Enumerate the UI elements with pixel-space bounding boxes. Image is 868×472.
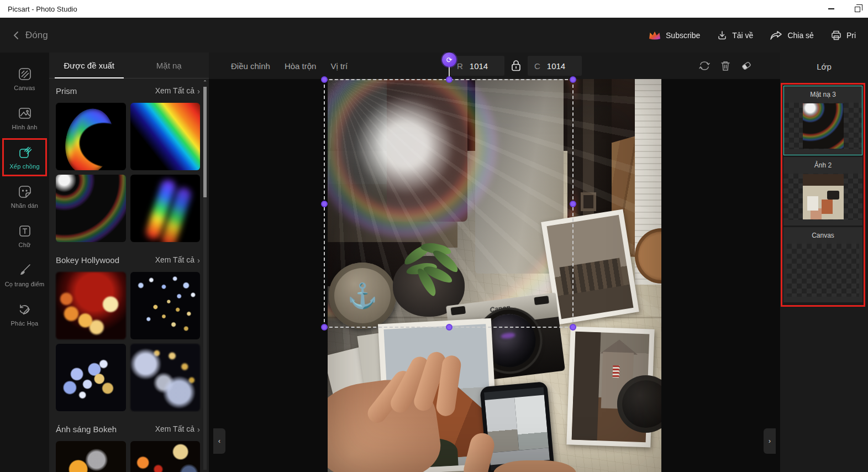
overlay-thumb-prism-gradient[interactable]	[130, 103, 201, 170]
layer-thumbnail-canvas	[787, 244, 859, 297]
print-label: Pri	[846, 31, 856, 40]
window-titlebar: Picsart - Photo Studio	[0, 0, 868, 18]
eraser-icon	[740, 60, 753, 71]
makeup-brush-icon	[17, 263, 33, 278]
resize-handle-top-right[interactable]	[570, 76, 576, 83]
sidebar-item-makeup-brush[interactable]: Cọ trang điểm	[0, 255, 49, 295]
sticker-icon	[17, 184, 33, 200]
trash-icon	[720, 60, 730, 71]
flip-button[interactable]	[698, 61, 711, 71]
panel-scroll-area[interactable]: Prism Xem Tất cả› Bokey Hollywood Xem Tấ…	[49, 78, 209, 472]
overlay-thumb-bokeh-blue[interactable]	[56, 344, 126, 411]
sidebar-item-overlay[interactable]: Xếp chồng	[0, 138, 49, 177]
canvas-photo[interactable]: MANUAL OF PRAYERS ⚓ Canon	[328, 79, 661, 472]
window-title: Picsart - Photo Studio	[0, 5, 77, 13]
subscribe-button[interactable]: Subscribe	[644, 27, 704, 44]
restore-button[interactable]	[853, 4, 862, 14]
crown-icon	[648, 30, 661, 41]
eraser-button[interactable]	[740, 60, 753, 71]
tab-adjust[interactable]: Điều chỉnh	[231, 61, 270, 71]
subscribe-label: Subscribe	[666, 31, 700, 40]
print-button[interactable]: Pri	[826, 27, 860, 44]
height-input[interactable]: C 1014	[528, 56, 582, 76]
see-all-prism-link[interactable]: Xem Tất cả›	[155, 86, 200, 96]
layer-name: Canvas	[783, 232, 862, 239]
minimize-icon	[828, 8, 834, 9]
layers-panel-title: Lớp	[780, 53, 868, 71]
overlay-thumb-bokeh-dots[interactable]	[130, 272, 201, 339]
tab-mask[interactable]: Mặt nạ	[129, 53, 209, 78]
overlay-thumb-prism-streaks[interactable]	[130, 175, 201, 242]
sidebar-item-label: Cọ trang điểm	[5, 281, 45, 288]
tool-sidebar: Canvas Hình ảnh Xếp chồng Nhãn dán Chữ C…	[0, 53, 49, 472]
collapse-left-panel-button[interactable]: ‹	[213, 428, 225, 454]
sidebar-item-label: Canvas	[14, 85, 35, 92]
aspect-lock-icon[interactable]	[510, 59, 522, 73]
overlay-thumb-bokeh-soft[interactable]	[130, 344, 201, 411]
collapse-right-panel-button[interactable]: ›	[764, 428, 776, 454]
resize-handle-bottom-middle[interactable]	[446, 324, 453, 331]
sketch-icon	[17, 302, 33, 317]
rotation-handle[interactable]: ⟳	[442, 53, 456, 67]
sidebar-item-text[interactable]: Chữ	[0, 216, 49, 255]
share-label: Chia sẻ	[787, 31, 813, 40]
resize-handle-middle-right[interactable]	[570, 201, 576, 207]
sidebar-item-canvas[interactable]: Canvas	[0, 59, 49, 98]
resize-handle-top-left[interactable]	[321, 76, 328, 83]
overlay-panel: Được đề xuất Mặt nạ Prism Xem Tất cả› Bo…	[49, 53, 209, 472]
share-button[interactable]: Chia sẻ	[765, 27, 818, 44]
resize-handle-bottom-right[interactable]	[570, 324, 576, 331]
overlay-thumb-prism-arc[interactable]	[56, 103, 126, 170]
width-label: R	[457, 61, 463, 71]
sidebar-item-sketch[interactable]: Phác Họa	[0, 295, 49, 334]
flip-icon	[698, 61, 711, 71]
layer-thumbnail-photo	[803, 174, 844, 219]
layer-name: Ảnh 2	[783, 161, 862, 169]
layers-panel: Lớp Mặt nạ 3 Ảnh 2 Canvas	[780, 53, 868, 472]
sidebar-item-label: Phác Họa	[11, 320, 39, 327]
resize-handle-middle-left[interactable]	[321, 201, 328, 207]
app-topbar: Đóng Subscribe Tải về Chia sẻ Pri	[0, 18, 868, 53]
close-project-button[interactable]: Đóng	[12, 30, 48, 41]
scroll-up-arrow[interactable]: ⌃	[203, 80, 207, 85]
sidebar-item-image[interactable]: Hình ảnh	[0, 98, 49, 138]
restore-icon	[855, 7, 860, 12]
see-all-bokey-link[interactable]: Xem Tất cả›	[155, 255, 200, 265]
see-all-bokeh-light-link[interactable]: Xem Tất cả›	[155, 424, 200, 434]
canvas-toolbar: Điều chỉnh Hòa trộn Vị trí R 1014 C 1014	[209, 53, 780, 79]
sidebar-item-label: Chữ	[18, 242, 30, 249]
photo-vignette	[328, 79, 661, 472]
resize-handle-top-middle[interactable]	[446, 76, 453, 83]
tab-suggested[interactable]: Được đề xuất	[49, 53, 129, 78]
layer-item-canvas[interactable]: Canvas	[783, 227, 862, 302]
download-label: Tải về	[732, 31, 753, 40]
overlay-thumb-bokeh-orange[interactable]	[56, 441, 126, 472]
width-input[interactable]: R 1014	[450, 56, 504, 76]
red-annotation-box-layers: Mặt nạ 3 Ảnh 2 Canvas	[781, 83, 865, 307]
height-value: 1014	[547, 61, 565, 71]
sidebar-item-label: Xếp chồng	[9, 163, 39, 170]
chevron-right-icon: ›	[197, 424, 200, 434]
download-icon	[717, 30, 728, 41]
panel-scrollbar[interactable]: ⌃	[203, 80, 207, 470]
resize-handle-bottom-left[interactable]	[321, 324, 328, 331]
layer-item-image2[interactable]: Ảnh 2	[783, 157, 862, 225]
tab-blend[interactable]: Hòa trộn	[285, 61, 317, 71]
section-title-bokeh-light: Ánh sáng Bokeh	[56, 424, 117, 434]
delete-layer-button[interactable]	[720, 60, 730, 71]
download-button[interactable]: Tải về	[712, 27, 757, 44]
sidebar-item-sticker[interactable]: Nhãn dán	[0, 177, 49, 216]
tab-position[interactable]: Vị trí	[330, 61, 348, 71]
minimize-button[interactable]	[826, 4, 836, 14]
image-icon	[17, 106, 33, 121]
canvas-icon	[17, 66, 33, 82]
sidebar-item-label: Nhãn dán	[11, 202, 38, 209]
section-title-prism: Prism	[56, 86, 77, 96]
layer-item-mask3[interactable]: Mặt nạ 3	[783, 86, 862, 155]
overlay-thumb-bokeh-red[interactable]	[56, 272, 126, 339]
overlay-thumb-prism-rings[interactable]	[56, 175, 126, 242]
share-icon	[770, 30, 783, 41]
printer-icon	[830, 30, 842, 41]
overlay-thumb-bokeh-mixed[interactable]	[130, 441, 201, 472]
scrollbar-thumb[interactable]	[203, 87, 207, 197]
